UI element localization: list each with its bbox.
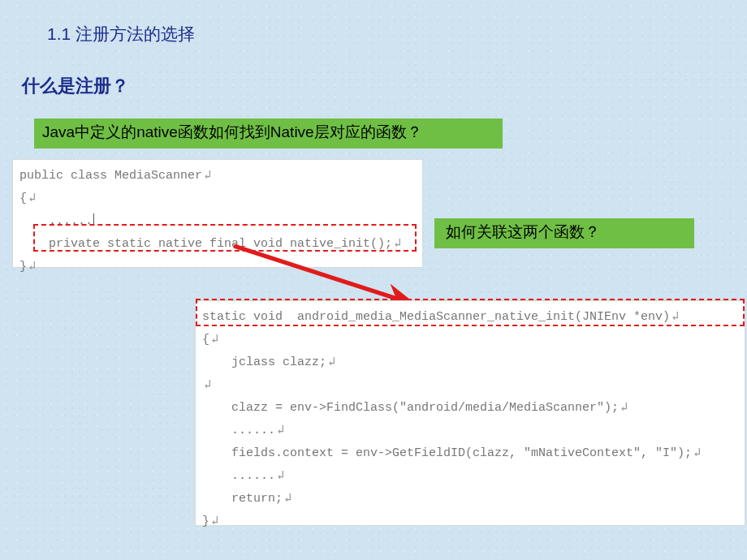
return-glyph: ↲ bbox=[211, 333, 217, 347]
code-line: fields.context = env->GetFieldID(clazz, … bbox=[202, 446, 692, 460]
code-line: jclass clazz; bbox=[202, 355, 326, 369]
return-glyph: ↲ bbox=[328, 355, 334, 369]
section-heading: 1.1 注册方法的选择 bbox=[47, 23, 195, 45]
code-line: clazz = env->FindClass("android/media/Me… bbox=[202, 401, 619, 415]
code-line: ...... bbox=[19, 214, 93, 228]
code-line: } bbox=[19, 260, 27, 274]
return-glyph: ↲ bbox=[277, 469, 283, 483]
return-glyph: ↲ bbox=[693, 446, 699, 460]
return-glyph: ↲ bbox=[284, 492, 290, 506]
code-line: static void android_media_MediaScanner_n… bbox=[202, 310, 670, 324]
return-glyph: ↲ bbox=[394, 237, 399, 251]
code-line: ...... bbox=[202, 424, 275, 437]
code-block-cpp: static void android_media_MediaScanner_n… bbox=[195, 300, 745, 526]
return-glyph: ↲ bbox=[620, 401, 626, 415]
code-line: ...... bbox=[202, 469, 275, 483]
code-line: return; bbox=[202, 492, 283, 506]
code-block-java: public class MediaScanner↲ {↲ ...... pri… bbox=[12, 159, 423, 268]
callout-box-2: 如何关联这两个函数？ bbox=[434, 218, 694, 248]
return-glyph: ↲ bbox=[671, 310, 677, 324]
code-line: private static native final void native_… bbox=[19, 237, 392, 251]
callout-box-1: Java中定义的native函数如何找到Native层对应的函数？ bbox=[34, 118, 503, 149]
return-glyph: ↲ bbox=[204, 378, 209, 392]
return-glyph: ↲ bbox=[277, 424, 283, 437]
code-line: { bbox=[202, 333, 209, 347]
code-line: } bbox=[202, 515, 209, 528]
return-glyph: ↲ bbox=[28, 260, 34, 274]
code-line: { bbox=[19, 192, 27, 205]
return-glyph: ↲ bbox=[211, 515, 217, 528]
code-line: public class MediaScanner bbox=[19, 169, 202, 183]
return-glyph: ↲ bbox=[204, 169, 209, 183]
return-glyph: ↲ bbox=[28, 192, 34, 205]
text-cursor bbox=[93, 213, 94, 226]
question-heading: 什么是注册？ bbox=[22, 74, 129, 98]
